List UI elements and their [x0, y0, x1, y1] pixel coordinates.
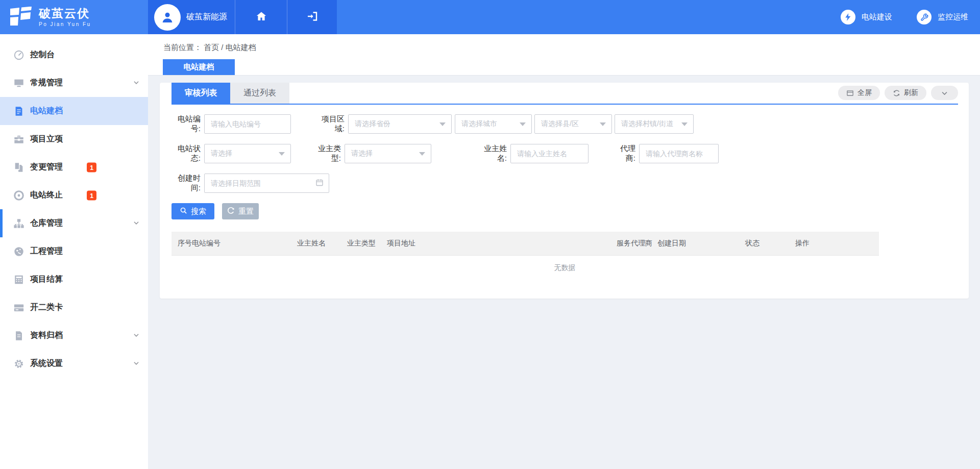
station-status-label: 电站状态: — [172, 144, 201, 163]
sidebar-item-change-mgmt[interactable]: 变更管理 1 — [0, 153, 148, 181]
calculator-icon — [13, 274, 24, 285]
home-button[interactable] — [235, 0, 287, 34]
filter-row-3: 创建时间: — [172, 174, 958, 193]
topbar-user-cluster: 破茧新能源 — [148, 0, 337, 34]
document-icon — [13, 106, 24, 117]
col-created-date: 创建日期 — [657, 239, 745, 248]
nav-station-construction[interactable]: 电站建设 — [841, 10, 892, 24]
brand-logo: 破茧云伏 Po Jian Yun Fu — [0, 0, 148, 34]
status-badge: 1 — [87, 190, 96, 200]
fullscreen-icon — [846, 89, 854, 97]
archive-icon — [13, 330, 24, 341]
col-owner-name: 业主姓名 — [297, 239, 347, 248]
caret-down-icon — [681, 122, 688, 126]
record-icon — [13, 190, 24, 201]
avatar — [154, 4, 181, 31]
main-content: 当前位置： 首页 / 电站建档 电站建档 审核列表 通过列表 全屏 — [148, 34, 980, 469]
sidebar-item-warehouse-mgmt[interactable]: 仓库管理 — [0, 209, 148, 237]
sidebar: 控制台 常规管理 电站建档 项目立项 — [0, 34, 148, 469]
station-no-input[interactable] — [204, 114, 291, 134]
copy-icon — [13, 162, 24, 173]
topbar: 破茧云伏 Po Jian Yun Fu 破茧新能源 — [0, 0, 980, 34]
village-select[interactable]: 请选择村镇/街道 — [615, 114, 694, 134]
caret-down-icon — [419, 152, 425, 156]
breadcrumb-prefix: 当前位置： — [163, 43, 202, 52]
user-account-button[interactable]: 破茧新能源 — [148, 0, 235, 34]
chevron-down-icon — [133, 79, 140, 87]
page-body: 审核列表 通过列表 全屏 — [148, 83, 980, 469]
station-status-select[interactable]: 请选择 — [204, 144, 291, 163]
reset-icon — [227, 207, 235, 216]
table-header: 序号 电站编号 业主姓名 业主类型 项目地址 服务代理商 创建日期 状态 操作 — [172, 232, 879, 256]
search-button[interactable]: 搜索 — [172, 203, 214, 219]
caret-down-icon — [600, 122, 606, 126]
active-indicator-bar — [0, 209, 3, 237]
owner-name-label: 业主姓名: — [475, 144, 507, 163]
county-select[interactable]: 请选择县/区 — [534, 114, 612, 134]
sidebar-item-open-class2-card[interactable]: 开二类卡 — [0, 293, 148, 322]
agent-input[interactable] — [639, 144, 719, 163]
breadcrumb-path: 首页 / 电站建档 — [204, 43, 256, 52]
owner-name-input[interactable] — [510, 144, 589, 163]
panel-toolbar: 全屏 刷新 — [838, 86, 958, 100]
region-label: 项目区域: — [313, 114, 345, 134]
logout-icon — [306, 10, 318, 24]
breadcrumb-band: 当前位置： 首页 / 电站建档 电站建档 — [148, 34, 980, 76]
fullscreen-button[interactable]: 全屏 — [838, 86, 880, 100]
refresh-button[interactable]: 刷新 — [885, 86, 926, 100]
col-index: 序号 — [172, 239, 192, 248]
city-select[interactable]: 请选择城市 — [455, 114, 532, 134]
chevron-down-icon — [133, 219, 140, 228]
lightning-icon — [841, 10, 855, 24]
home-icon — [255, 10, 267, 24]
owner-type-select[interactable]: 请选择 — [345, 144, 431, 163]
tab-review-list[interactable]: 审核列表 — [172, 83, 230, 104]
reset-button[interactable]: 重置 — [222, 203, 259, 219]
caret-down-icon — [520, 122, 526, 126]
page-tab-station-filing[interactable]: 电站建档 — [163, 59, 235, 75]
company-name: 破茧新能源 — [186, 12, 227, 22]
refresh-icon — [893, 89, 900, 97]
col-project-address: 项目地址 — [387, 239, 617, 248]
created-time-label: 创建时间: — [172, 174, 201, 193]
chevron-down-icon — [133, 331, 140, 340]
sitemap-icon — [13, 218, 24, 229]
status-badge: 1 — [87, 162, 96, 172]
gauge-icon — [13, 246, 24, 257]
agent-label: 代理商: — [610, 144, 635, 163]
briefcase-icon — [13, 134, 24, 145]
sidebar-item-data-archive[interactable]: 资料归档 — [0, 322, 148, 350]
sidebar-item-project-settlement[interactable]: 项目结算 — [0, 265, 148, 293]
list-tabstrip: 审核列表 通过列表 全屏 — [172, 83, 958, 105]
province-select[interactable]: 请选择省份 — [348, 114, 452, 134]
sidebar-item-station-termination[interactable]: 电站终止 1 — [0, 181, 148, 209]
tab-passed-list[interactable]: 通过列表 — [230, 83, 289, 104]
brand-subtitle: Po Jian Yun Fu — [39, 22, 91, 27]
brand-title: 破茧云伏 — [39, 8, 91, 19]
col-station-no: 电站编号 — [192, 239, 297, 248]
user-icon — [160, 10, 175, 25]
wrench-icon — [917, 10, 932, 24]
date-range-input[interactable] — [204, 174, 329, 193]
sidebar-item-system-settings[interactable]: 系统设置 — [0, 350, 148, 378]
sidebar-item-station-filing[interactable]: 电站建档 — [0, 97, 148, 125]
brand-logo-icon — [9, 7, 33, 28]
dashboard-icon — [13, 50, 24, 61]
logout-button[interactable] — [287, 0, 337, 34]
nav-monitoring-ops-label: 监控运维 — [938, 12, 968, 22]
empty-table-message: 无数据 — [172, 256, 958, 280]
collapse-toggle-button[interactable] — [931, 86, 958, 100]
sidebar-item-general-mgmt[interactable]: 常规管理 — [0, 69, 148, 97]
monitor-icon — [13, 78, 24, 89]
nav-station-construction-label: 电站建设 — [862, 12, 892, 22]
sidebar-item-engineering-mgmt[interactable]: 工程管理 — [0, 237, 148, 265]
nav-monitoring-ops[interactable]: 监控运维 — [917, 10, 968, 24]
search-icon — [180, 207, 187, 216]
caret-down-icon — [439, 122, 446, 126]
sidebar-item-console[interactable]: 控制台 — [0, 41, 148, 69]
sidebar-item-project-initiation[interactable]: 项目立项 — [0, 125, 148, 153]
calendar-icon — [315, 179, 324, 188]
filter-row-1: 电站编号: 项目区域: 请选择省份 请选择城市 请选择县/区 请选择村镇/街道 — [172, 114, 958, 134]
col-service-agent: 服务代理商 — [617, 239, 657, 248]
col-owner-type: 业主类型 — [347, 239, 387, 248]
